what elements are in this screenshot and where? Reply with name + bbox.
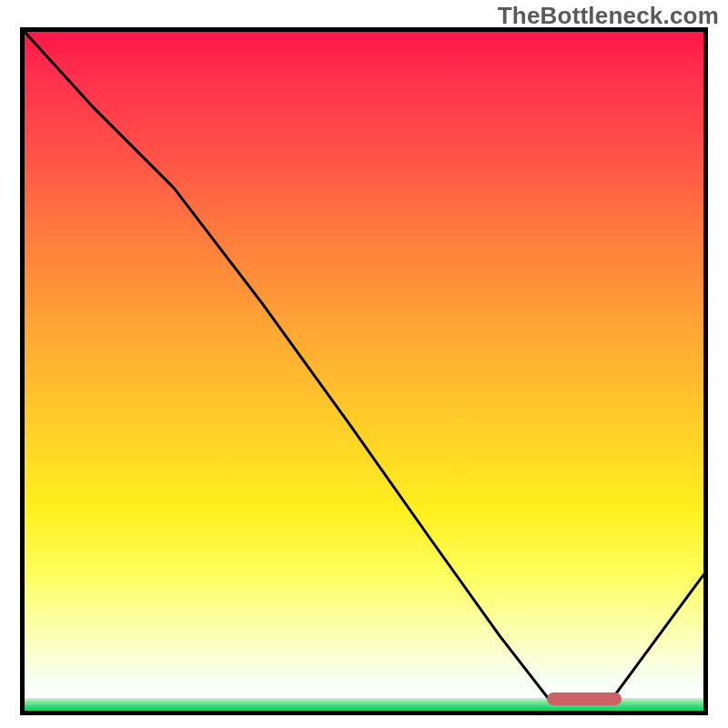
watermark-text: TheBottleneck.com — [498, 2, 719, 30]
target-marker — [547, 693, 622, 705]
chart-container: TheBottleneck.com — [0, 0, 728, 728]
plot-frame — [20, 27, 708, 715]
bottleneck-curve — [25, 32, 703, 711]
